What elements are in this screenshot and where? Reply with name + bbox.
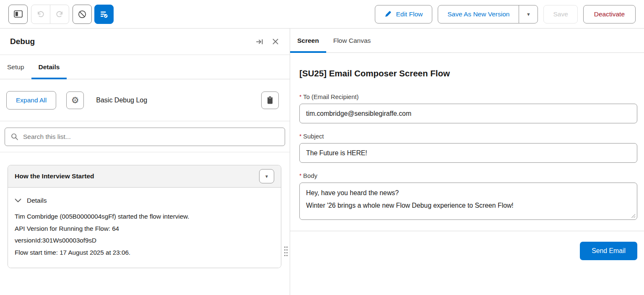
to-field-label: *To (Email Recipient) xyxy=(299,94,637,100)
to-field: *To (Email Recipient) xyxy=(299,94,637,133)
subject-field-label: *Subject xyxy=(299,133,637,140)
card-body: Details Tim Combridge (005B0000004sgFf) … xyxy=(8,188,281,268)
tab-setup[interactable]: Setup xyxy=(0,55,31,79)
screen-preview: [SU25] Email Composer Screen Flow *To (E… xyxy=(290,53,644,295)
undo-button[interactable] xyxy=(31,5,50,24)
close-panel-button[interactable] xyxy=(272,38,279,45)
log-line: API Version for Running the Flow: 64 xyxy=(15,223,274,235)
pencil-icon xyxy=(384,10,392,18)
clipboard-icon xyxy=(266,96,274,105)
undo-arrow-icon xyxy=(36,10,45,18)
details-toggle-label: Details xyxy=(27,197,47,204)
card-title: How the Interview Started xyxy=(15,172,94,180)
top-toolbar: Edit Flow Save As New Version ▼ Save Dea… xyxy=(0,0,644,29)
edit-flow-button[interactable]: Edit Flow xyxy=(375,5,432,23)
tab-screen[interactable]: Screen xyxy=(290,29,326,52)
search-input[interactable] xyxy=(23,133,279,141)
log-line: Tim Combridge (005B0000004sgFf) started … xyxy=(15,211,274,223)
toolbar-actions: Edit Flow Save As New Version ▼ Save Dea… xyxy=(375,5,636,23)
panel-resize-handle[interactable] xyxy=(283,245,288,257)
edit-flow-label: Edit Flow xyxy=(396,10,423,18)
dock-panel-button[interactable] xyxy=(256,38,264,45)
save-as-new-version-button[interactable]: Save As New Version xyxy=(438,5,519,23)
chevron-down-icon: ▼ xyxy=(265,174,269,179)
checklist-check-icon xyxy=(99,10,109,18)
flow-screen-heading: [SU25] Email Composer Screen Flow xyxy=(299,68,637,78)
interview-started-card: How the Interview Started ▼ Details Tim … xyxy=(8,165,281,268)
screen-panel: Screen Flow Canvas [SU25] Email Composer… xyxy=(290,29,644,295)
log-line: versionId:301Ws00003of9sD xyxy=(15,235,274,247)
copy-log-button[interactable] xyxy=(261,91,279,109)
prohibit-icon xyxy=(78,10,87,19)
tab-details[interactable]: Details xyxy=(31,55,67,79)
gear-icon: ⚙ xyxy=(71,95,79,105)
debug-log-type-label: Basic Debug Log xyxy=(96,97,147,104)
tab-flow-canvas[interactable]: Flow Canvas xyxy=(326,29,378,52)
debug-settings-button[interactable]: ⚙ xyxy=(66,91,84,109)
debug-log-lines: Tim Combridge (005B0000004sgFf) started … xyxy=(15,211,274,258)
expand-all-button[interactable]: Expand All xyxy=(6,91,56,110)
toolbar-icon-group xyxy=(8,5,114,24)
body-textarea-wrap: Hey, have you heard the news? Winter '26… xyxy=(299,183,637,220)
screen-footer: Send Email xyxy=(299,231,637,260)
dock-right-icon xyxy=(256,38,264,45)
to-email-input[interactable] xyxy=(299,104,637,123)
card-header: How the Interview Started ▼ xyxy=(8,165,281,188)
details-toggle[interactable]: Details xyxy=(15,194,274,205)
save-as-new-version-split-button: Save As New Version ▼ xyxy=(438,5,538,23)
search-icon xyxy=(11,133,18,141)
debug-panel-tabs: Setup Details xyxy=(0,55,290,79)
grip-dots-icon xyxy=(283,246,288,257)
cancel-run-button[interactable] xyxy=(73,5,92,24)
required-marker: * xyxy=(299,94,301,100)
main-area: Debug Setup Details xyxy=(0,29,644,295)
required-marker: * xyxy=(299,172,301,179)
body-field-label: *Body xyxy=(299,172,637,179)
debug-panel-header: Debug xyxy=(0,29,290,55)
debug-log-controls: Expand All ⚙ Basic Debug Log xyxy=(0,79,290,121)
undo-redo-group xyxy=(31,5,69,24)
card-menu-button[interactable]: ▼ xyxy=(259,169,274,183)
debug-log-button[interactable] xyxy=(94,5,114,24)
save-options-dropdown-button[interactable]: ▼ xyxy=(519,5,538,23)
redo-arrow-icon xyxy=(55,10,64,18)
search-box xyxy=(5,128,285,146)
redo-button[interactable] xyxy=(50,5,69,24)
toggle-panel-button[interactable] xyxy=(8,5,28,24)
subject-input[interactable] xyxy=(299,143,637,163)
save-button[interactable]: Save xyxy=(543,5,577,23)
body-field: *Body Hey, have you heard the news? Wint… xyxy=(299,172,637,220)
body-textarea[interactable]: Hey, have you heard the news? Winter '26… xyxy=(299,183,637,220)
required-marker: * xyxy=(299,133,301,139)
log-line: Flow start time: 17 August 2025 at 23:06… xyxy=(15,247,274,259)
search-row xyxy=(0,121,290,152)
deactivate-button[interactable]: Deactivate xyxy=(583,5,636,23)
panel-left-icon xyxy=(14,10,23,18)
chevron-down-icon xyxy=(15,198,21,203)
debug-panel-title: Debug xyxy=(10,37,35,46)
subject-field: *Subject xyxy=(299,133,637,172)
debug-panel: Debug Setup Details xyxy=(0,29,290,295)
send-email-button[interactable]: Send Email xyxy=(580,242,637,260)
close-icon xyxy=(272,38,279,45)
flow-builder-app: Edit Flow Save As New Version ▼ Save Dea… xyxy=(0,0,644,295)
chevron-down-icon: ▼ xyxy=(526,12,531,17)
screen-panel-tabs: Screen Flow Canvas xyxy=(290,29,644,53)
debug-panel-header-actions xyxy=(256,38,279,45)
